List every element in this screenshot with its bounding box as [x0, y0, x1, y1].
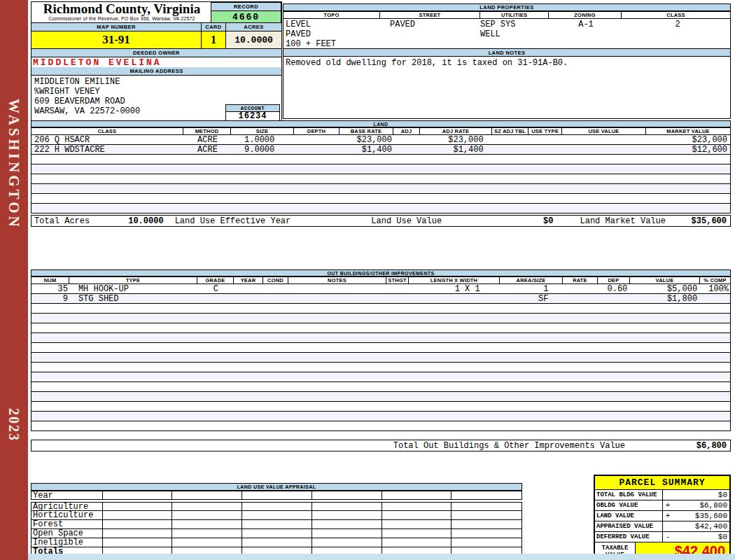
- empty-cell: [451, 538, 522, 547]
- account-box: ACCOUNT 16234: [225, 104, 280, 121]
- appraisal-row: Open Space: [31, 529, 522, 538]
- deeded-owner-row: MIDDLETON EVELINA: [31, 57, 282, 67]
- parcel-summary-title: PARCEL SUMMARY: [595, 476, 729, 490]
- empty-row: [31, 372, 730, 382]
- summary-row: OBLDG VALUE + $6,800: [595, 500, 729, 511]
- land-rows: 206 Q HSACR ACRE 1.0000 $23,000 $23,000 …: [31, 135, 731, 214]
- out-buildings-rows: 35 MH HOOK-UP C 1 X 1 1 0.60 $5,000 100%…: [31, 284, 731, 431]
- parcel-summary: PARCEL SUMMARY TOTAL BLDG VALUE $0 OBLDG…: [594, 475, 731, 560]
- land-table-columns: CLASS METHOD SIZE DEPTH BASE RATE ADJ AD…: [31, 127, 731, 135]
- empty-row: [31, 421, 730, 431]
- street-values: PAVED: [390, 20, 415, 29]
- land-row: 222 H WDSTACRE ACRE 9.0000 $1,400 $1,400…: [31, 145, 730, 155]
- land-properties-columns: TOPO STREET UTILITIES ZONING CLASS: [283, 11, 731, 19]
- appraisal-row: Year: [31, 491, 522, 500]
- total-acres-label: Total Acres: [31, 216, 90, 226]
- address-line: MIDDLETON EMILINE: [34, 77, 281, 87]
- card-label: CARD: [201, 22, 225, 31]
- utilities-values: SEP SYS WELL: [480, 20, 515, 39]
- appraisal-row: Forest: [31, 520, 522, 529]
- address-line: %WRIGHT VENEY: [34, 87, 281, 97]
- record-label: RECORD: [211, 2, 281, 11]
- empty-cell: [103, 503, 173, 510]
- empty-cell: [103, 538, 173, 547]
- record-value: 4660: [211, 11, 281, 23]
- empty-row: [31, 402, 730, 412]
- empty-cell: [382, 538, 452, 547]
- out-building-row: 9 STG SHED SF $1,800: [31, 294, 730, 304]
- empty-row: [31, 333, 730, 343]
- mailing-address-label: MAILING ADDRESS: [31, 67, 282, 76]
- land-table-title: LAND: [31, 120, 731, 127]
- empty-cell: [312, 511, 382, 519]
- acres-label: ACRES: [225, 22, 282, 31]
- land-market-value: $35,600: [692, 216, 730, 226]
- mailing-address-block: MIDDLETON EMILINE %WRIGHT VENEY 609 BEAV…: [31, 76, 282, 122]
- empty-cell: [382, 511, 452, 519]
- empty-cell: [172, 538, 242, 547]
- empty-cell: [312, 538, 382, 547]
- empty-cell: [103, 520, 173, 528]
- empty-cell: [451, 503, 522, 510]
- empty-row: [31, 392, 730, 402]
- empty-cell: [312, 529, 382, 538]
- class-value: 2: [624, 20, 732, 29]
- record-box: RECORD 4660: [211, 2, 281, 23]
- out-building-row: 35 MH HOOK-UP C 1 X 1 1 0.60 $5,000 100%: [31, 284, 730, 294]
- map-card-acres-header: MAP NUMBER CARD ACRES: [31, 22, 282, 31]
- empty-cell: [451, 520, 522, 528]
- deeded-owner-label: DEEDED OWNER: [31, 49, 282, 57]
- empty-cell: [312, 491, 382, 499]
- land-use-value-label: Land Use Value: [371, 216, 442, 226]
- empty-row: [31, 382, 730, 392]
- tax-year-vertical-label: 2023: [6, 408, 22, 442]
- appraisal-row: Ineligible: [31, 538, 522, 547]
- county-title: Richmond County, Virginia: [31, 2, 212, 16]
- col-topo: TOPO: [283, 11, 380, 19]
- col-utilities: UTILITIES: [480, 11, 549, 19]
- binder-sidebar: WASHINGTON 2023: [0, 0, 28, 560]
- empty-cell: [172, 529, 242, 538]
- owner-panel: Richmond County, Virginia Commissioner o…: [31, 1, 282, 120]
- land-notes-text: Removed old dwelling for 2018, it is tax…: [283, 57, 731, 119]
- empty-cell: [242, 503, 312, 510]
- land-properties-title: LAND PROPERTIES: [283, 4, 731, 11]
- empty-cell: [312, 520, 382, 528]
- land-use-value: $0: [543, 216, 553, 226]
- topo-values: LEVEL PAVED 100 + FEET: [286, 20, 336, 49]
- empty-cell: [172, 520, 242, 528]
- empty-row: [31, 204, 730, 214]
- summary-row: LAND VALUE + $35,600: [595, 511, 729, 522]
- map-card-acres-values: 31-91 1 10.0000: [31, 31, 282, 49]
- effective-year-label: Land Use Effective Year: [175, 216, 291, 226]
- empty-row: [31, 412, 730, 421]
- land-use-appraisal-table: LAND USE VALUE APPRAISAL Year Agricultur…: [31, 483, 522, 556]
- deeded-owner-name: MIDDLETON EVELINA: [31, 57, 162, 68]
- empty-cell: [242, 529, 312, 538]
- empty-cell: [103, 491, 173, 499]
- map-number-label: MAP NUMBER: [31, 22, 201, 31]
- map-number-value: 31-91: [31, 31, 201, 49]
- empty-row: [31, 353, 730, 363]
- out-buildings-table: OUT BUILDINGS/OTHER IMPROVEMENTS NUM TYP…: [31, 270, 731, 451]
- county-header: Richmond County, Virginia Commissioner o…: [31, 1, 282, 22]
- card-value: 1: [201, 31, 225, 49]
- empty-row: [31, 323, 730, 333]
- property-record-card: WASHINGTON 2023 Richmond County, Virgini…: [0, 0, 735, 560]
- empty-cell: [451, 511, 522, 519]
- col-class: CLASS: [622, 11, 731, 19]
- empty-row: [31, 363, 730, 372]
- county-subtitle: Commissioner of the Revenue, PO Box 366,…: [31, 16, 212, 21]
- empty-cell: [382, 503, 452, 510]
- empty-cell: [382, 520, 452, 528]
- empty-row: [31, 184, 730, 194]
- appraisal-row: Horticulture: [31, 511, 522, 520]
- out-buildings-total-row: Total Out Buildings & Other Improvements…: [31, 440, 731, 451]
- empty-row: [31, 314, 730, 323]
- empty-row: [31, 194, 730, 204]
- empty-row: [31, 174, 730, 184]
- empty-cell: [103, 529, 173, 538]
- page-bottom-margin: [28, 554, 735, 560]
- total-acres-value: 10.0000: [128, 216, 163, 226]
- zoning-value: A-1: [550, 20, 622, 29]
